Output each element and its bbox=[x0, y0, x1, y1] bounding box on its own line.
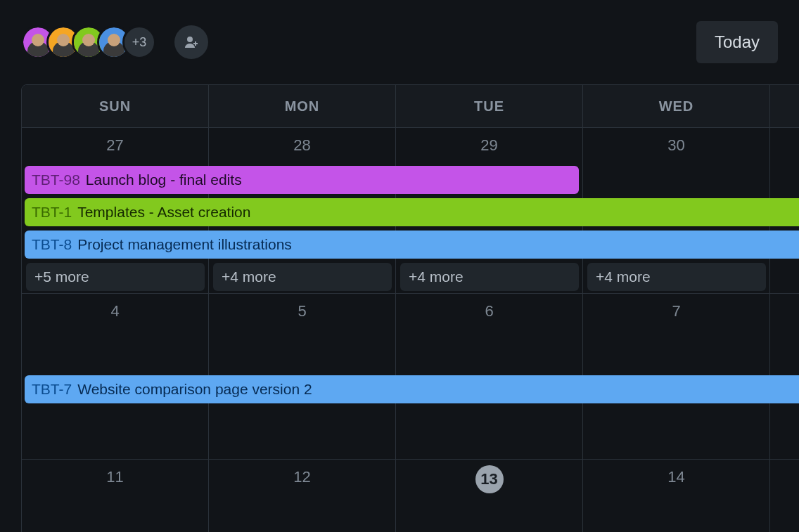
avatar-more-label: +3 bbox=[132, 35, 147, 50]
daynum: 14 bbox=[583, 465, 769, 495]
weekday-overflow bbox=[770, 85, 799, 127]
week-row: 4567TBT-7Website comparison page version… bbox=[22, 293, 799, 459]
event-key: TBT-7 bbox=[32, 381, 72, 398]
today-daynum: 13 bbox=[396, 465, 582, 495]
day-cell[interactable] bbox=[770, 460, 799, 532]
event-key: TBT-1 bbox=[32, 204, 72, 221]
event-title: Website comparison page version 2 bbox=[77, 381, 312, 398]
calendar-event[interactable]: TBT-98Launch blog - final edits bbox=[25, 166, 579, 194]
daynum: 27 bbox=[22, 134, 208, 163]
calendar-event[interactable]: TBT-8Project management illustrations bbox=[25, 231, 799, 259]
weekday-sun: SUN bbox=[22, 85, 209, 127]
event-key: TBT-98 bbox=[32, 171, 80, 188]
day-cell[interactable]: 12 bbox=[209, 460, 396, 532]
avatar-group: +3 bbox=[21, 25, 208, 59]
add-user-icon bbox=[183, 34, 200, 51]
daynum: 28 bbox=[209, 134, 395, 163]
day-cell[interactable]: 14 bbox=[583, 460, 770, 532]
calendar: SUN MON TUE WED 27282930TBT-98Launch blo… bbox=[21, 84, 799, 532]
more-row: +5 more+4 more+4 more+4 more bbox=[22, 263, 799, 291]
daynum: 4 bbox=[22, 299, 208, 329]
daynum: 7 bbox=[583, 299, 769, 329]
week-row: 27282930TBT-98Launch blog - final editsT… bbox=[22, 127, 799, 293]
daynum: 12 bbox=[209, 465, 395, 495]
daynum: 5 bbox=[209, 299, 395, 329]
daynum: 29 bbox=[396, 134, 582, 163]
weekday-wed: WED bbox=[583, 85, 770, 127]
event-key: TBT-8 bbox=[32, 236, 72, 253]
avatar-more[interactable]: +3 bbox=[122, 25, 156, 59]
more-pill[interactable]: +4 more bbox=[213, 263, 392, 291]
more-pill[interactable]: +4 more bbox=[587, 263, 766, 291]
daynum: 30 bbox=[583, 134, 769, 163]
today-label: Today bbox=[715, 32, 760, 51]
calendar-event[interactable]: TBT-7Website comparison page version 2 bbox=[25, 375, 799, 403]
today-button[interactable]: Today bbox=[696, 21, 778, 63]
event-title: Templates - Asset creation bbox=[77, 204, 250, 221]
weekday-tue: TUE bbox=[396, 85, 583, 127]
event-title: Launch blog - final edits bbox=[86, 171, 242, 188]
daynum: 6 bbox=[396, 299, 582, 329]
more-pill[interactable]: +5 more bbox=[26, 263, 205, 291]
event-title: Project management illustrations bbox=[77, 236, 292, 253]
weekday-header: SUN MON TUE WED bbox=[22, 85, 799, 127]
weekday-mon: MON bbox=[209, 85, 396, 127]
day-cell[interactable]: 11 bbox=[22, 460, 209, 532]
calendar-event[interactable]: TBT-1Templates - Asset creation bbox=[25, 198, 799, 226]
add-user-button[interactable] bbox=[174, 25, 208, 59]
more-pill[interactable]: +4 more bbox=[400, 263, 579, 291]
daynum: 11 bbox=[22, 465, 208, 495]
week-row: 11121314 bbox=[22, 459, 799, 532]
day-cell[interactable]: 13 bbox=[396, 460, 583, 532]
topbar: +3 Today bbox=[0, 0, 799, 84]
